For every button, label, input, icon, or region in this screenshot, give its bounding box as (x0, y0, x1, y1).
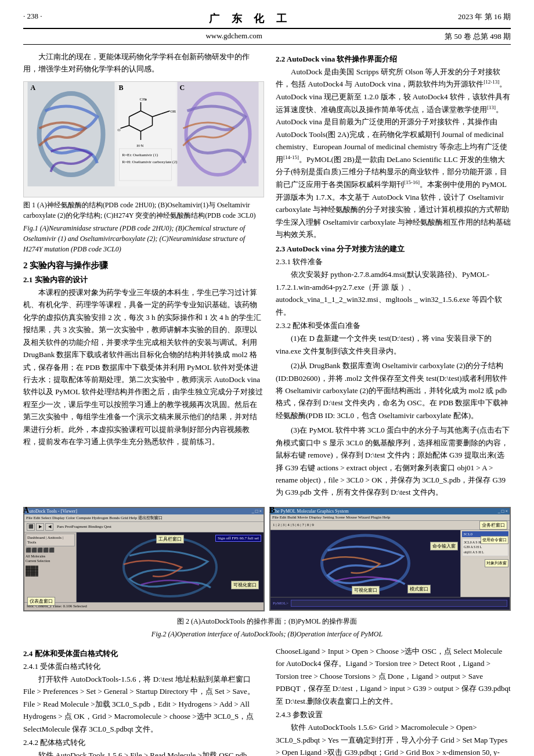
svg-point-26 (124, 538, 217, 596)
section2-3-2-para2: (2)从 DrugBank 数据库查询 Oseltamivir carboxyl… (276, 359, 511, 422)
section2-3-1-para: 依次安装好 python-2.7.8.amd64.msi(默认安装路径)、PyM… (276, 268, 511, 318)
pymol-panel: The PyMOL Molecular Graphics System _ □ … (269, 507, 511, 611)
svg-text:B: B (119, 84, 124, 92)
section2-2-text1: AutoDock 是由美国 Scripps 研究所 Olson 等人开发的分子对… (276, 67, 500, 89)
section2-1-title: 2.1 实验内容的设计 (23, 275, 264, 285)
choose-text: Choose (276, 647, 298, 656)
toolbar-btn-1[interactable]: ⬛ (27, 523, 35, 531)
pymol-cmd-text: PyMOL> (273, 601, 288, 606)
ref1: [12-13] (484, 79, 499, 85)
svg-text:C: C (180, 84, 185, 92)
fig1-caption-zh: 图 1 (A)神经氨酸酶的结构(PDB code 2HU0); (B)Oselt… (23, 200, 264, 221)
grid-icons: ▓▓▓▓▓▓▓▓▓▓▓▓▓▓▓ (26, 566, 75, 576)
ref4: [15-16] (404, 179, 420, 185)
autodock-statusbar: Mol: Control_I Time: 0.106 Selected (24, 602, 264, 610)
toolbar-btn-3[interactable]: ◀ (45, 523, 53, 531)
svg-text:CH₃: CH₃ (140, 97, 147, 102)
figure1-image: A B (23, 81, 264, 197)
left-column: 大江南北的现在，更能体现药物化学学科在创新药物研发中的作用，增强学生对药物化学学… (23, 51, 264, 501)
volume-issue: 第 50 卷 总第 498 期 (445, 31, 511, 42)
page-container: · 238 · 广 东 化 工 2023 年 第 16 期 www.gdchem… (0, 0, 534, 756)
journal-title: 广 东 化 工 (42, 12, 459, 26)
tab-aniftools[interactable]: Anitools (48, 535, 62, 540)
lower-left-col: 2.4 配体和受体蛋白格式转化 2.4.1 受体蛋白格式转化 打开软件 Auto… (23, 645, 264, 756)
section2-4-1-title: 2.4.1 受体蛋白格式转化 (23, 661, 264, 672)
section2-title: 2 实验内容与操作步骤 (23, 260, 264, 271)
section2-4-2-text1: 软件 AutoDock Tools 1.5.6 > File > Read Mo… (23, 751, 254, 756)
fig-b-label: B (269, 506, 275, 515)
section2-2-title: 2.2 AutoDock vina 软件操作界面介绍 (276, 54, 511, 64)
autodock-window: AutoDock Tools - [Viewer] _ □ × File Edi… (23, 507, 265, 611)
autodock-dashboard: Dashboard | Anitools | Tools ⬛⬛⬛⬛⬛ All M… (24, 532, 77, 602)
dashboard-tabs: Dashboard | Anitools | Tools (26, 534, 75, 546)
autodock-titlebar: AutoDock Tools - [Viewer] _ □ × (24, 508, 264, 514)
section2-3-title: 2.3 AutoDock vina 分子对接方法的建立 (276, 244, 511, 254)
section2-3-2-title: 2.3.2 配体和受体蛋白准备 (276, 321, 511, 331)
main-content: 大江南北的现在，更能体现药物化学学科在创新药物研发中的作用，增强学生对药物化学学… (23, 51, 511, 501)
autodock-viewport: Sign off FPS 66.7 full sel 工具栏窗口 可视化窗口 (77, 532, 264, 602)
ref2: [13] (487, 105, 496, 110)
toolbar-text: Pars ProtFragment Bindings Qest (57, 524, 111, 529)
autodock-window-controls: _ □ × (252, 509, 262, 514)
section2-3-2-para1: (1)在 D 盘新建一个文件夹 test(D:\test)，将 vina 安装目… (276, 332, 511, 357)
autodock-body: Dashboard | Anitools | Tools ⬛⬛⬛⬛⬛ All M… (24, 532, 264, 602)
pymol-business-bar: 1 | 2 | 3 | 4 | 5 | 6 | 7 | 8 | 9 业务栏窗口 (270, 521, 510, 530)
dashboard-info: All Molecules Current Selection (26, 555, 75, 564)
section2-4-3-title: 2.4.3 参数设置 (276, 710, 511, 720)
year-issue: 2023 年 第 16 期 (458, 12, 511, 22)
figure2-area: AutoDock Tools - [Viewer] _ □ × File Edi… (23, 507, 511, 639)
section2-4-2-para: 软件 AutoDock Tools 1.5.6 > File > Read Mo… (23, 749, 264, 756)
viewport-info: Sign off FPS 66.7 full sel (215, 535, 261, 542)
lower-section: 2.4 配体和受体蛋白格式转化 2.4.1 受体蛋白格式转化 打开软件 Auto… (23, 645, 511, 756)
dashboard-window-label: 仪表盘窗口 (27, 597, 55, 606)
svg-text:R=Et: Oseltamivir (1): R=Et: Oseltamivir (1) (122, 153, 158, 157)
toolbar-window-label: 工具栏窗口 (156, 535, 184, 543)
pymol-viewport: 可视化窗口 命令输入窗 (270, 530, 460, 597)
svg-point-27 (322, 535, 409, 591)
ref3: [14-15] (283, 154, 299, 160)
header-sub: www.gdchem.com 第 50 卷 总第 498 期 (23, 30, 511, 45)
section2-4-3-para: 软件 AutoDockTools 1.5.6> Grid > Macromole… (276, 721, 511, 756)
section2-4-2-text2: Ligand > Input > Open > Choose >选中 OSC，点… (276, 647, 511, 705)
pymol-titlebar: The PyMOL Molecular Graphics System _ □ … (270, 508, 510, 514)
figure1-svg: A B (24, 82, 264, 197)
svg-rect-23 (178, 82, 259, 186)
pymol-bottom-bar: PyMOL> 模式窗口 (270, 597, 510, 610)
tab-tools[interactable]: Tools (27, 540, 36, 545)
header-top: · 238 · 广 东 化 工 2023 年 第 16 期 (23, 12, 511, 29)
svg-text:A: A (31, 84, 36, 92)
toolbar-btn-2[interactable]: ▶ (36, 523, 44, 531)
all-molecules: All Molecules (26, 555, 75, 559)
pymol-vis-label: 可视化窗口 (352, 586, 380, 595)
fig-a-label: A (23, 506, 29, 515)
autodock-toolbar: ⬛ ▶ ◀ Pars ProtFragment Bindings Qest (24, 522, 264, 532)
autodock-panel: AutoDock Tools - [Viewer] _ □ × File Edi… (23, 507, 265, 611)
svg-text:OR: OR (171, 109, 176, 114)
mol-icon: ⬛⬛⬛⬛⬛ (26, 548, 55, 553)
fig1-caption-en: Fig.1 (A)Neuraminidase structure (PDB co… (23, 223, 264, 254)
intro-para: 大江南北的现在，更能体现药物化学学科在创新药物研发中的作用，增强学生对药物化学学… (23, 51, 264, 75)
mode-window-label: 模式窗口 (407, 585, 431, 593)
section2-2-para: AutoDock 是由美国 Scripps 研究所 Olson 等人开发的分子对… (276, 66, 511, 240)
pymol-title-text: The PyMOL Molecular Graphics System (272, 509, 349, 514)
business-bar-label: 业务栏窗口 (479, 521, 507, 530)
pymol-controls: _ □ × (498, 509, 508, 514)
svg-text:H·N: H·N (137, 143, 144, 148)
svg-text:R=H: Oseltamivir carboxylate (: R=H: Oseltamivir carboxylate (2) (122, 160, 178, 164)
pymol-cmd-input[interactable] (291, 600, 507, 607)
autodock-menubar: File Edit Select Display Color Compute H… (24, 514, 264, 522)
pymol-menubar: File Edit Build Movie Display Setting Sc… (270, 514, 510, 521)
autodock-title-text: AutoDock Tools - [Viewer] (26, 509, 77, 514)
biz-bar-tabs: 1 | 2 | 3 | 4 | 5 | 6 | 7 | 8 | 9 (273, 523, 314, 527)
section2-4-2-para2: ChooseLigand > Input > Open > Choose >选中… (276, 645, 511, 707)
visualization-window-label: 可视化窗口 (231, 581, 259, 589)
molecule-controls: ⬛⬛⬛⬛⬛ (26, 548, 75, 553)
pymol-right-panel: 3CL0 3CL0 A S H L G39 A S H L obj01 A S … (460, 530, 510, 597)
pymol-cmd-label: 命令输入窗 (430, 542, 458, 550)
tab-dashboard[interactable]: Dashboard (27, 535, 45, 540)
pymol-body: 可视化窗口 命令输入窗 3CL0 3CL0 A S H L G39 A S H … (270, 530, 510, 597)
section2-3-1-title: 2.3.1 软件准备 (276, 257, 511, 267)
section2-4-1-para: 打开软件 AutoDockTools-1.5.6，将 D:\test 地址粘贴到… (23, 673, 264, 735)
fig2-caption-zh: 图 2 (A)AutoDockTools 的操作界面；(B)PyMOL 的操作界… (23, 616, 511, 627)
screenshot-row: AutoDock Tools - [Viewer] _ □ × File Edi… (23, 507, 511, 611)
